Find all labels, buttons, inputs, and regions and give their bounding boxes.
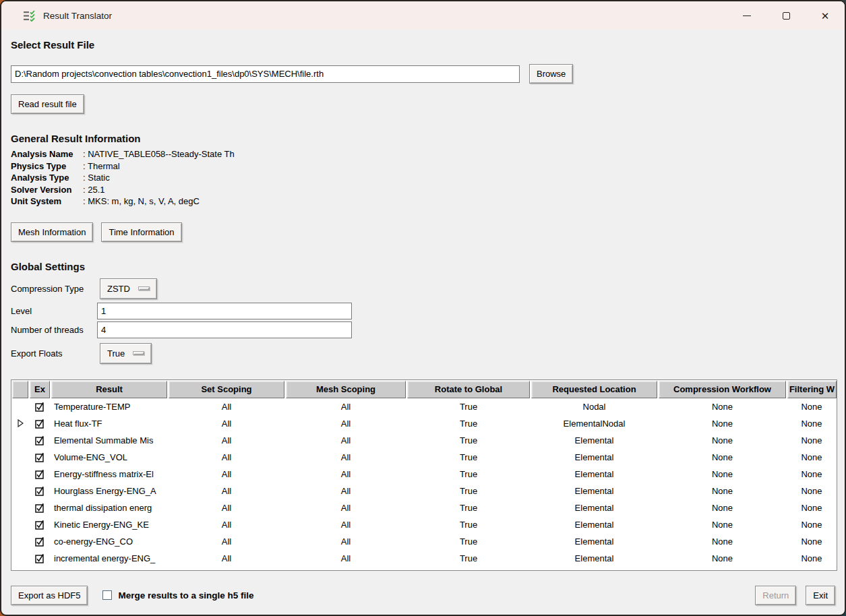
cell-requested-location: Elemental [531,449,658,466]
select-file-heading: Select Result File [11,39,835,51]
export-checkbox[interactable] [35,452,44,462]
dropdown-indicator-icon [133,351,144,355]
cell-rotate-to-global: True [406,516,531,533]
export-checkbox[interactable] [35,536,44,547]
table-row[interactable]: Energy-stiffness matrix-ElAllAllTrueElem… [11,466,837,483]
export-floats-value: True [107,348,125,359]
export-checkbox[interactable] [35,469,44,479]
info-row-physics-type: Physics Type : Thermal [11,160,835,173]
row-expander-cell [11,483,29,499]
export-checkbox[interactable] [35,520,44,530]
cell-set-scoping: All [168,432,285,449]
cell-rotate-to-global: True [406,533,531,550]
export-checkbox[interactable] [35,402,44,412]
time-information-button[interactable]: Time Information [101,222,181,242]
col-header-export[interactable]: Ex [30,381,51,398]
info-value: : MKS: m, kg, N, s, V, A, degC [83,195,835,208]
table-row[interactable]: Temperature-TEMPAllAllTrueNodalNoneNone [11,398,837,415]
export-floats-label: Export Floats [11,348,100,359]
row-expander-cell [11,533,29,550]
app-window: Result Translator ✕ Select Result File B… [0,0,846,616]
cell-requested-location: Elemental [531,550,658,567]
cell-set-scoping: All [168,550,285,567]
app-icon [24,10,36,22]
mesh-information-button[interactable]: Mesh Information [11,222,93,242]
cell-result: Kinetic Energy-ENG_KE [51,516,168,533]
cell-filtering-workflow: None [787,483,837,499]
table-row[interactable]: Volume-ENG_VOLAllAllTrueElementalNoneNon… [11,449,837,466]
col-header-result[interactable]: Result [51,381,169,398]
export-checkbox[interactable] [35,503,44,513]
cell-requested-location: Elemental [531,516,658,533]
browse-button[interactable]: Browse [529,64,573,84]
row-expander-cell [11,449,29,466]
expand-icon[interactable] [11,419,29,427]
col-header-filtering-workflow[interactable]: Filtering W [787,381,837,398]
cell-mesh-scoping: All [285,533,406,550]
minimize-icon [743,16,751,16]
cell-requested-location: Elemental [531,499,658,516]
level-label: Level [11,306,97,316]
col-header-mesh-scoping[interactable]: Mesh Scoping [286,381,407,398]
cell-filtering-workflow: None [787,466,837,483]
cell-compression-workflow: None [658,415,787,432]
table-row[interactable]: incremental energy-ENG_AllAllTrueElement… [11,550,837,567]
close-icon: ✕ [821,11,830,21]
cell-filtering-workflow: None [787,533,837,550]
table-row[interactable]: co-energy-ENG_COAllAllTrueElementalNoneN… [11,533,837,550]
minimize-button[interactable] [727,1,766,30]
col-header-compression-workflow[interactable]: Compression Workflow [659,381,787,398]
cell-rotate-to-global: True [406,499,531,516]
cell-mesh-scoping: All [285,432,406,449]
export-hdf5-button[interactable]: Export as HDF5 [11,586,88,605]
exit-button[interactable]: Exit [806,586,835,605]
export-cell [29,466,51,483]
compression-type-dropdown[interactable]: ZSTD [100,278,157,299]
col-header-blank[interactable] [12,381,30,398]
read-result-file-button[interactable]: Read result file [11,94,84,114]
cell-requested-location: Nodal [531,398,658,415]
cell-result: Volume-ENG_VOL [51,449,168,466]
close-button[interactable]: ✕ [806,1,845,30]
cell-compression-workflow: None [658,466,787,483]
merge-checkbox-row[interactable]: Merge results to a single h5 file [102,590,253,600]
cell-mesh-scoping: All [285,415,406,432]
merge-checkbox[interactable] [102,590,112,600]
col-header-requested-location[interactable]: Requested Location [531,381,659,398]
return-button[interactable]: Return [755,586,796,605]
table-body: Temperature-TEMPAllAllTrueNodalNoneNoneH… [11,398,837,567]
col-header-set-scoping[interactable]: Set Scoping [169,381,286,398]
cell-set-scoping: All [168,415,285,432]
level-input[interactable] [97,303,352,319]
result-file-path-input[interactable] [11,65,520,83]
export-checkbox[interactable] [35,419,44,429]
table-row[interactable]: Hourglass Energy-ENG_AAllAllTrueElementa… [11,483,837,499]
export-checkbox[interactable] [35,553,44,563]
col-header-rotate-to-global[interactable]: Rotate to Global [407,381,531,398]
info-label: Solver Version [11,184,83,196]
export-checkbox[interactable] [35,435,44,445]
table-row[interactable]: Elemental Summable MisAllAllTrueElementa… [11,432,837,449]
cell-mesh-scoping: All [285,516,406,533]
cell-filtering-workflow: None [787,449,837,466]
cell-result: Hourglass Energy-ENG_A [51,483,168,499]
footer-bar: Export as HDF5 Merge results to a single… [11,586,835,605]
maximize-button[interactable] [766,1,806,30]
info-label: Unit System [11,195,83,208]
threads-input[interactable] [97,321,352,338]
cell-mesh-scoping: All [285,398,406,415]
merge-label: Merge results to a single h5 file [118,590,253,600]
table-row[interactable]: Heat flux-TFAllAllTrueElementalNodalNone… [11,415,837,432]
cell-result: Heat flux-TF [51,415,168,432]
compression-type-label: Compression Type [11,284,100,294]
table-row[interactable]: thermal dissipation energAllAllTrueEleme… [11,499,837,516]
table-row[interactable]: Kinetic Energy-ENG_KEAllAllTrueElemental… [11,516,837,533]
export-checkbox[interactable] [35,486,44,496]
cell-set-scoping: All [168,449,285,466]
export-floats-dropdown[interactable]: True [100,343,152,364]
info-row-solver-version: Solver Version : 25.1 [11,184,835,196]
info-value: : NATIVE_TABLE058--Steady-State Th [83,148,835,160]
cell-result: co-energy-ENG_CO [51,533,168,550]
cell-filtering-workflow: None [787,550,837,567]
info-row-unit-system: Unit System : MKS: m, kg, N, s, V, A, de… [11,195,835,208]
